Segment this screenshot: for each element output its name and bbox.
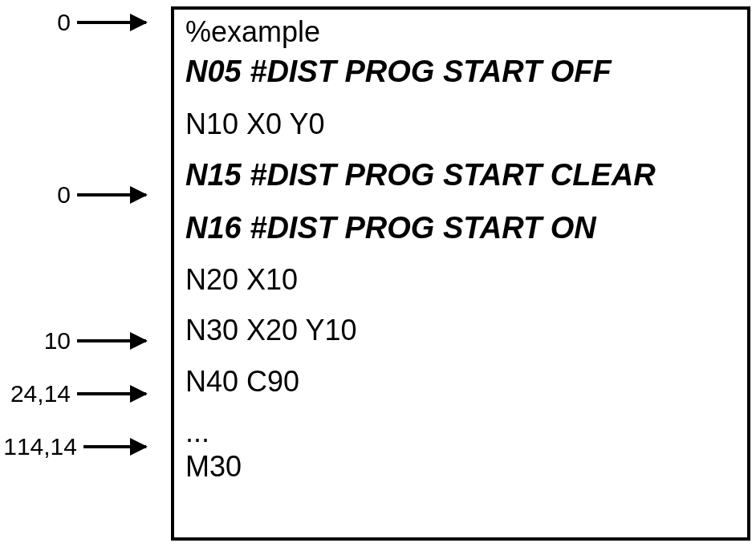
annotation-label: 0 <box>0 9 71 36</box>
arrow-icon <box>77 21 146 24</box>
arrow-icon <box>77 392 146 395</box>
code-line: N16 #DIST PROG START ON <box>185 210 736 247</box>
annotation-label: 114,14 <box>0 433 77 460</box>
annotation-label: 10 <box>0 327 71 355</box>
code-line: N10 X0 Y0 <box>185 107 736 141</box>
annotation-0: 0 <box>0 9 146 36</box>
annotation-label: 0 <box>0 181 71 209</box>
arrow-icon <box>83 445 146 448</box>
annotation-label: 24,14 <box>0 380 71 407</box>
code-line: M30 <box>185 449 736 484</box>
code-line: ... <box>185 415 736 449</box>
annotation-2: 10 <box>0 327 146 355</box>
arrow-icon <box>77 193 146 197</box>
arrow-icon <box>77 339 146 342</box>
annotation-1: 0 <box>0 181 146 209</box>
code-line: N15 #DIST PROG START CLEAR <box>185 157 736 194</box>
code-line: %example <box>185 14 736 49</box>
annotation-3: 24,14 <box>0 380 146 407</box>
annotation-4: 114,14 <box>0 433 146 460</box>
code-line: N30 X20 Y10 <box>185 313 736 347</box>
code-box: %example N05 #DIST PROG START OFF N10 X0… <box>171 6 750 541</box>
code-line: N05 #DIST PROG START OFF <box>185 54 736 91</box>
code-line: N20 X10 <box>185 262 736 297</box>
code-line: N40 C90 <box>185 364 736 399</box>
